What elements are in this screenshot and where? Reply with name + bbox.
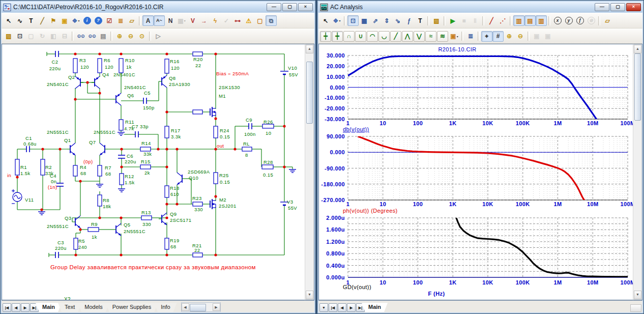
info-tool-button[interactable]: i	[81, 15, 93, 26]
tab-main[interactable]: Main	[362, 303, 388, 312]
show-node-numbers-button[interactable]: N	[165, 15, 176, 26]
edit-page-button[interactable]: ▱	[126, 15, 137, 26]
tab-main[interactable]: Main	[36, 303, 62, 312]
show-attribute-text-button[interactable]: A	[142, 15, 154, 26]
select-tool-button[interactable]: ↖	[320, 15, 331, 26]
show-warnings-button[interactable]: ⚠	[243, 15, 254, 26]
select-tool-button[interactable]: ↖	[3, 15, 14, 26]
schematic-canvas[interactable]: C2220uR3120R6120R101kR16120R2022Q22N5401…	[2, 44, 305, 300]
analysis-vertical-scrollbar[interactable]: ▲ ▼	[633, 44, 642, 300]
flip-horizontal-button[interactable]: ◧	[48, 31, 59, 42]
model-check-button[interactable]: ☑	[104, 15, 115, 26]
scroll-down-icon[interactable]: ▼	[634, 291, 641, 299]
close-button[interactable]: ×	[298, 3, 313, 11]
graphics-mode-button[interactable]: ╱	[37, 15, 48, 26]
scroll-up-icon[interactable]: ▲	[634, 45, 641, 53]
pan-upright-mode-button[interactable]: ⇗	[370, 15, 381, 26]
stop-analysis-button[interactable]: ■	[458, 15, 470, 26]
analysis-titlebar[interactable]: AC Analysis — ▢ ×	[318, 2, 642, 13]
zoom-rect-mode-button[interactable]: ⊡	[347, 15, 359, 26]
attributes-dialog-button[interactable]: ▨	[3, 31, 14, 42]
numeric-output-button[interactable]: ≣	[465, 31, 476, 42]
horizontal-axis-grids-button[interactable]: ▥	[513, 15, 524, 26]
tile-plots-button[interactable]: ▣	[531, 31, 542, 42]
scroll-left-icon[interactable]: ◀	[182, 303, 189, 311]
shape-dropdown-button[interactable]: ❖▾	[331, 15, 342, 26]
schematic-titlebar[interactable]: C:\MC11\DATA\Petrov\R2016-10_Rogov\R2016…	[2, 2, 314, 13]
edit-page-button[interactable]: ▱	[602, 15, 613, 26]
properties-button[interactable]: ▨	[431, 15, 442, 26]
show-pin-connections-button[interactable]: ⊶	[232, 15, 243, 26]
stepping-button[interactable]: ⋰	[497, 15, 508, 26]
run-analysis-button[interactable]: ▶	[447, 15, 458, 26]
data-point-mode-button[interactable]: #	[492, 31, 504, 42]
zoom-out-button[interactable]: ⊖	[125, 31, 136, 42]
find-text-button[interactable]: ⊙⊙	[75, 31, 86, 42]
pan-vertical-mode-button[interactable]: ⇕	[381, 15, 392, 26]
flip-vertical-button[interactable]: ⊟	[59, 31, 70, 42]
box-select-button[interactable]: ⊡	[14, 31, 25, 42]
show-conditions-button[interactable]: ✓	[221, 15, 232, 26]
show-power-button[interactable]: ϟ	[210, 15, 221, 26]
function-source-button[interactable]: ƒ	[403, 15, 415, 26]
cursor-mode-button[interactable]: ⌖	[481, 31, 492, 42]
fx-settings-button[interactable]: ƒ	[574, 15, 586, 26]
analysis-limits-button[interactable]: ╱	[486, 15, 497, 26]
region-box-button[interactable]: ⧉	[266, 15, 277, 26]
flag-mode-button[interactable]: ⚑	[48, 15, 59, 26]
close-button[interactable]: ×	[626, 3, 641, 11]
analysis-plot-area[interactable]: 1101001K10K100K1M10M100M30.00020.00010.0…	[318, 44, 633, 300]
minimize-button[interactable]: —	[267, 3, 281, 11]
cursor-inflection-button[interactable]: ╱	[390, 31, 401, 42]
cursor-peak-button[interactable]: ∩	[343, 31, 355, 42]
tab-nav-0-button[interactable]: |◀	[3, 303, 11, 312]
layer-dropdown-button[interactable]: ▦▾	[176, 15, 187, 26]
horizontal-scroll-thumb[interactable]	[630, 304, 641, 312]
tab-nav-2-button[interactable]: ▶	[347, 303, 356, 312]
view-settings-button[interactable]: ⊜	[586, 15, 597, 26]
tab-nav-1-button[interactable]: ◀	[12, 303, 20, 312]
tab-dropdown-button[interactable]: ▼	[319, 303, 328, 312]
cursor-high-button[interactable]: ◠	[367, 31, 378, 42]
cursor-top-button[interactable]: ≈	[425, 31, 436, 42]
tab-nav-0-button[interactable]: |◀	[329, 303, 337, 312]
scroll-thumb[interactable]	[190, 304, 206, 311]
copy-page-button[interactable]: ▢	[254, 15, 266, 26]
scroll-thumb[interactable]	[634, 53, 641, 121]
text-mode-button[interactable]: T	[25, 15, 37, 26]
show-grid-text-button[interactable]: A~	[154, 15, 165, 26]
cursor-global-high-button[interactable]: ⋀	[402, 31, 413, 42]
info-notes-button[interactable]: ▤	[98, 31, 109, 42]
scroll-up-icon[interactable]: ▲	[306, 45, 313, 53]
maximize-button[interactable]: ▢	[610, 3, 625, 11]
x-axis-settings-button[interactable]: x	[552, 15, 563, 26]
clipboard-copy-button[interactable]: ▣▾	[449, 31, 460, 42]
cursor-bottom-button[interactable]: ≋	[437, 31, 448, 42]
cursor-next-left-button[interactable]: ┿	[320, 31, 331, 42]
tab-nav-2-button[interactable]: ▶	[21, 303, 30, 312]
tab-power-supplies[interactable]: Power Supplies	[106, 303, 158, 312]
cursor-low-button[interactable]: ◡	[378, 31, 390, 42]
find-component-button[interactable]: ⊙⊙	[86, 31, 98, 42]
wire-mode-button[interactable]: ∿	[14, 15, 25, 26]
tab-text[interactable]: Text	[58, 303, 81, 312]
waveform-buffer-button[interactable]: ▤	[524, 15, 536, 26]
horizontal-scrollbar[interactable]: ◀▶	[181, 302, 221, 312]
zoom-out-button[interactable]: ⊖	[515, 31, 526, 42]
text-mode-button[interactable]: T	[415, 15, 426, 26]
minimize-button[interactable]: —	[595, 3, 609, 11]
cursor-next-right-button[interactable]: ┿	[332, 31, 343, 42]
tab-nav-1-button[interactable]: ◀	[338, 303, 346, 312]
show-node-voltages-button[interactable]: V	[187, 15, 198, 26]
maximize-button[interactable]: ▢	[282, 3, 297, 11]
clear-box-button[interactable]: ▢	[25, 31, 37, 42]
scroll-down-icon[interactable]: ▼	[306, 291, 313, 299]
cursor-valley-button[interactable]: ∪	[355, 31, 366, 42]
text-document-button[interactable]: ≣	[115, 15, 126, 26]
shape-dropdown-button[interactable]: ❖▾	[70, 15, 81, 26]
scroll-track[interactable]	[189, 303, 213, 311]
help-tool-button[interactable]: ?	[93, 15, 104, 26]
y-axis-settings-button[interactable]: y	[563, 15, 574, 26]
show-currents-button[interactable]: →	[198, 15, 210, 26]
tab-models[interactable]: Models	[78, 303, 109, 312]
